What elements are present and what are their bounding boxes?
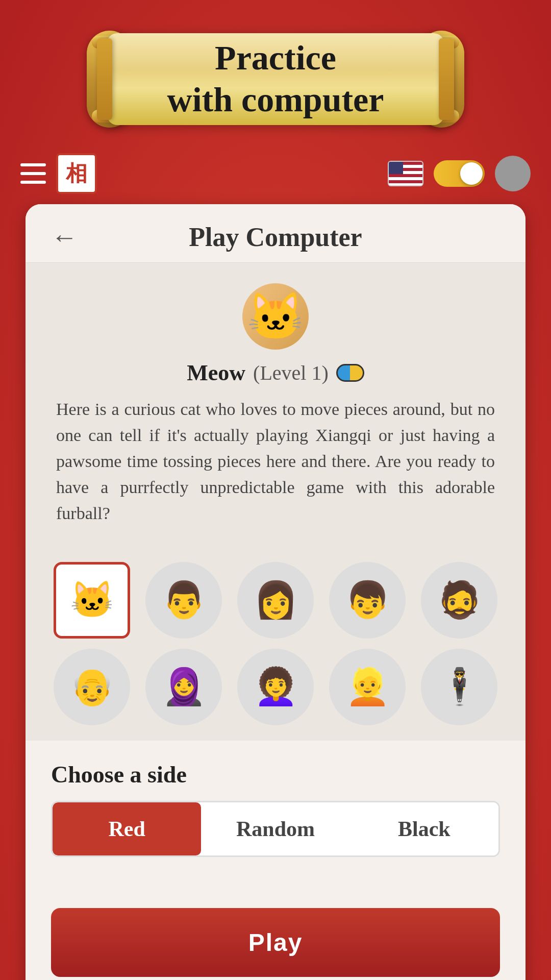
- avatar-grid: 🐱 👨 👩 👦 🧔 👴 🧕 👩‍🦱 👱 🕴: [26, 547, 525, 741]
- side-option-random-label: Random: [236, 817, 315, 841]
- ai-description: Here is a curious cat who loves to move …: [56, 396, 495, 526]
- avatar-item-3[interactable]: 👦: [329, 562, 406, 639]
- side-option-red-label: Red: [108, 817, 145, 841]
- avatar-emoji-2: 👩: [254, 582, 298, 618]
- banner-title: Practicewith computer: [167, 37, 384, 120]
- ai-name: Meow: [187, 360, 245, 386]
- avatar-emoji-1: 👨: [162, 582, 206, 618]
- avatar-item-9[interactable]: 🕴: [421, 649, 497, 725]
- ai-level: (Level 1): [253, 361, 329, 385]
- avatar-item-7[interactable]: 👩‍🦱: [237, 649, 314, 725]
- nav-bar: 相: [0, 148, 551, 199]
- avatar-emoji-5: 👴: [70, 669, 114, 705]
- side-option-black-label: Black: [398, 817, 450, 841]
- hamburger-button[interactable]: [20, 163, 46, 184]
- ai-name-row: Meow (Level 1): [187, 360, 364, 386]
- page-title: Play Computer: [78, 222, 473, 252]
- choose-side-label: Choose a side: [51, 761, 500, 788]
- nav-left: 相: [20, 153, 97, 194]
- bottom-buttons: Play Custom Position: [26, 893, 525, 980]
- profile-avatar[interactable]: [495, 156, 531, 191]
- spacer: [26, 872, 525, 893]
- side-selector: Red Random Black: [51, 801, 500, 857]
- card-header: ← Play Computer: [26, 204, 525, 263]
- avatar-item-2[interactable]: 👩: [237, 562, 314, 639]
- side-option-random[interactable]: Random: [201, 802, 349, 855]
- toggle-knob: [460, 162, 483, 185]
- theme-toggle[interactable]: [434, 160, 485, 187]
- side-option-black[interactable]: Black: [350, 802, 498, 855]
- avatar-emoji-9: 🕴: [437, 669, 482, 705]
- avatar-emoji-4: 🧔: [437, 582, 482, 618]
- banner-container: Practicewith computer: [0, 0, 551, 148]
- logo-character: 相: [66, 159, 87, 188]
- nav-right: [388, 156, 531, 191]
- ai-avatar: 🐱: [242, 283, 309, 350]
- main-card: ← Play Computer 🐱 Meow (Level 1) Here is…: [26, 204, 525, 980]
- banner-scroll: Practicewith computer: [107, 33, 444, 125]
- back-button[interactable]: ←: [51, 224, 78, 251]
- avatar-item-5[interactable]: 👴: [54, 649, 130, 725]
- app-logo: 相: [56, 153, 97, 194]
- side-option-red[interactable]: Red: [53, 802, 201, 855]
- avatar-emoji-3: 👦: [345, 582, 390, 618]
- avatar-item-6[interactable]: 🧕: [145, 649, 222, 725]
- choose-side-section: Choose a side Red Random Black: [26, 741, 525, 872]
- avatar-emoji-0: 🐱: [70, 582, 114, 618]
- language-flag[interactable]: [388, 161, 423, 186]
- ai-profile-section: 🐱 Meow (Level 1) Here is a curious cat w…: [26, 263, 525, 547]
- avatar-emoji-7: 👩‍🦱: [254, 669, 298, 705]
- avatar-emoji-6: 🧕: [162, 669, 206, 705]
- avatar-item-4[interactable]: 🧔: [421, 562, 497, 639]
- ai-indicator: [336, 364, 364, 382]
- avatar-item-1[interactable]: 👨: [145, 562, 222, 639]
- avatar-emoji-8: 👱: [345, 669, 390, 705]
- ai-avatar-emoji: 🐱: [247, 290, 304, 344]
- play-button[interactable]: Play: [51, 908, 500, 977]
- banner: Practicewith computer: [66, 20, 485, 138]
- avatar-item-8[interactable]: 👱: [329, 649, 406, 725]
- avatar-item-0[interactable]: 🐱: [54, 562, 130, 639]
